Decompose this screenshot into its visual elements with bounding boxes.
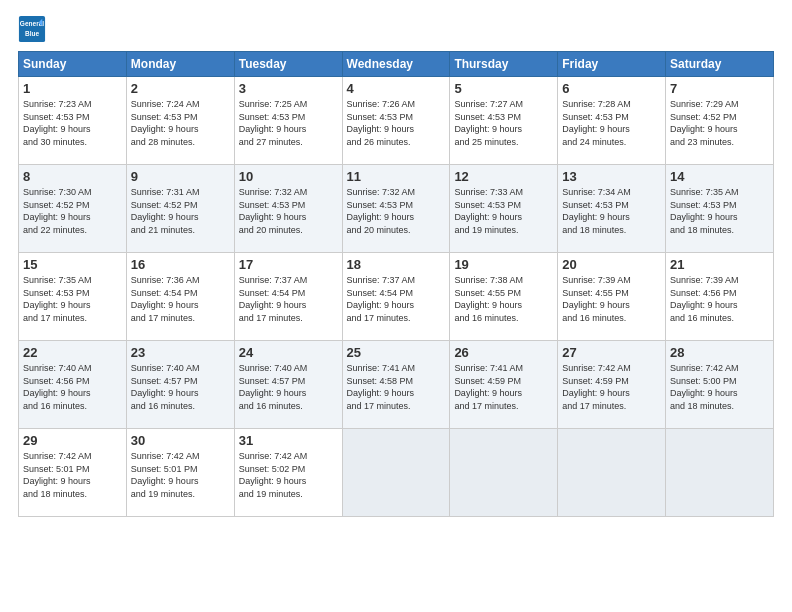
calendar-table: SundayMondayTuesdayWednesdayThursdayFrid…	[18, 51, 774, 517]
calendar-day-cell: 6Sunrise: 7:28 AMSunset: 4:53 PMDaylight…	[558, 77, 666, 165]
calendar-day-cell: 20Sunrise: 7:39 AMSunset: 4:55 PMDayligh…	[558, 253, 666, 341]
day-info: Sunrise: 7:24 AMSunset: 4:53 PMDaylight:…	[131, 98, 230, 148]
day-info: Sunrise: 7:35 AMSunset: 4:53 PMDaylight:…	[23, 274, 122, 324]
day-number: 15	[23, 257, 122, 272]
calendar-day-cell: 27Sunrise: 7:42 AMSunset: 4:59 PMDayligh…	[558, 341, 666, 429]
calendar-day-cell: 8Sunrise: 7:30 AMSunset: 4:52 PMDaylight…	[19, 165, 127, 253]
day-info: Sunrise: 7:33 AMSunset: 4:53 PMDaylight:…	[454, 186, 553, 236]
calendar-body: 1Sunrise: 7:23 AMSunset: 4:53 PMDaylight…	[19, 77, 774, 517]
day-info: Sunrise: 7:40 AMSunset: 4:57 PMDaylight:…	[239, 362, 338, 412]
day-info: Sunrise: 7:23 AMSunset: 4:53 PMDaylight:…	[23, 98, 122, 148]
day-info: Sunrise: 7:32 AMSunset: 4:53 PMDaylight:…	[347, 186, 446, 236]
calendar-day-cell: 9Sunrise: 7:31 AMSunset: 4:52 PMDaylight…	[126, 165, 234, 253]
day-info: Sunrise: 7:25 AMSunset: 4:53 PMDaylight:…	[239, 98, 338, 148]
calendar-week-row: 8Sunrise: 7:30 AMSunset: 4:52 PMDaylight…	[19, 165, 774, 253]
weekday-header-cell: Saturday	[666, 52, 774, 77]
day-info: Sunrise: 7:34 AMSunset: 4:53 PMDaylight:…	[562, 186, 661, 236]
day-number: 20	[562, 257, 661, 272]
day-info: Sunrise: 7:27 AMSunset: 4:53 PMDaylight:…	[454, 98, 553, 148]
day-info: Sunrise: 7:37 AMSunset: 4:54 PMDaylight:…	[347, 274, 446, 324]
calendar-day-cell: 1Sunrise: 7:23 AMSunset: 4:53 PMDaylight…	[19, 77, 127, 165]
calendar-day-cell: 26Sunrise: 7:41 AMSunset: 4:59 PMDayligh…	[450, 341, 558, 429]
day-number: 30	[131, 433, 230, 448]
day-number: 24	[239, 345, 338, 360]
day-info: Sunrise: 7:37 AMSunset: 4:54 PMDaylight:…	[239, 274, 338, 324]
day-info: Sunrise: 7:35 AMSunset: 4:53 PMDaylight:…	[670, 186, 769, 236]
day-info: Sunrise: 7:42 AMSunset: 4:59 PMDaylight:…	[562, 362, 661, 412]
calendar-day-cell: 19Sunrise: 7:38 AMSunset: 4:55 PMDayligh…	[450, 253, 558, 341]
day-number: 26	[454, 345, 553, 360]
day-number: 3	[239, 81, 338, 96]
calendar-day-cell: 11Sunrise: 7:32 AMSunset: 4:53 PMDayligh…	[342, 165, 450, 253]
weekday-header-cell: Sunday	[19, 52, 127, 77]
day-info: Sunrise: 7:42 AMSunset: 5:02 PMDaylight:…	[239, 450, 338, 500]
day-number: 21	[670, 257, 769, 272]
day-info: Sunrise: 7:36 AMSunset: 4:54 PMDaylight:…	[131, 274, 230, 324]
calendar-day-cell: 22Sunrise: 7:40 AMSunset: 4:56 PMDayligh…	[19, 341, 127, 429]
day-info: Sunrise: 7:40 AMSunset: 4:56 PMDaylight:…	[23, 362, 122, 412]
calendar-day-cell: 12Sunrise: 7:33 AMSunset: 4:53 PMDayligh…	[450, 165, 558, 253]
day-number: 12	[454, 169, 553, 184]
day-number: 25	[347, 345, 446, 360]
calendar-day-cell	[558, 429, 666, 517]
calendar-week-row: 1Sunrise: 7:23 AMSunset: 4:53 PMDaylight…	[19, 77, 774, 165]
calendar-day-cell: 29Sunrise: 7:42 AMSunset: 5:01 PMDayligh…	[19, 429, 127, 517]
day-info: Sunrise: 7:42 AMSunset: 5:01 PMDaylight:…	[23, 450, 122, 500]
day-number: 6	[562, 81, 661, 96]
day-info: Sunrise: 7:41 AMSunset: 4:59 PMDaylight:…	[454, 362, 553, 412]
day-number: 10	[239, 169, 338, 184]
header: General Blue	[18, 15, 774, 43]
weekday-header-cell: Thursday	[450, 52, 558, 77]
day-info: Sunrise: 7:39 AMSunset: 4:56 PMDaylight:…	[670, 274, 769, 324]
day-number: 28	[670, 345, 769, 360]
calendar-day-cell: 5Sunrise: 7:27 AMSunset: 4:53 PMDaylight…	[450, 77, 558, 165]
calendar-day-cell: 30Sunrise: 7:42 AMSunset: 5:01 PMDayligh…	[126, 429, 234, 517]
weekday-header-cell: Wednesday	[342, 52, 450, 77]
calendar-day-cell: 25Sunrise: 7:41 AMSunset: 4:58 PMDayligh…	[342, 341, 450, 429]
day-number: 1	[23, 81, 122, 96]
day-number: 4	[347, 81, 446, 96]
calendar-day-cell: 15Sunrise: 7:35 AMSunset: 4:53 PMDayligh…	[19, 253, 127, 341]
calendar-day-cell: 24Sunrise: 7:40 AMSunset: 4:57 PMDayligh…	[234, 341, 342, 429]
calendar-day-cell: 16Sunrise: 7:36 AMSunset: 4:54 PMDayligh…	[126, 253, 234, 341]
day-number: 2	[131, 81, 230, 96]
day-number: 17	[239, 257, 338, 272]
day-info: Sunrise: 7:28 AMSunset: 4:53 PMDaylight:…	[562, 98, 661, 148]
day-number: 8	[23, 169, 122, 184]
calendar-day-cell: 31Sunrise: 7:42 AMSunset: 5:02 PMDayligh…	[234, 429, 342, 517]
calendar-container: General Blue SundayMondayTuesdayWednesda…	[0, 0, 792, 527]
calendar-day-cell	[666, 429, 774, 517]
calendar-day-cell: 18Sunrise: 7:37 AMSunset: 4:54 PMDayligh…	[342, 253, 450, 341]
logo: General Blue	[18, 15, 50, 43]
calendar-day-cell: 10Sunrise: 7:32 AMSunset: 4:53 PMDayligh…	[234, 165, 342, 253]
calendar-day-cell	[450, 429, 558, 517]
calendar-day-cell	[342, 429, 450, 517]
weekday-header-cell: Tuesday	[234, 52, 342, 77]
weekday-header-cell: Monday	[126, 52, 234, 77]
day-number: 16	[131, 257, 230, 272]
day-number: 5	[454, 81, 553, 96]
day-number: 18	[347, 257, 446, 272]
day-number: 22	[23, 345, 122, 360]
day-info: Sunrise: 7:38 AMSunset: 4:55 PMDaylight:…	[454, 274, 553, 324]
calendar-day-cell: 23Sunrise: 7:40 AMSunset: 4:57 PMDayligh…	[126, 341, 234, 429]
calendar-week-row: 29Sunrise: 7:42 AMSunset: 5:01 PMDayligh…	[19, 429, 774, 517]
calendar-day-cell: 14Sunrise: 7:35 AMSunset: 4:53 PMDayligh…	[666, 165, 774, 253]
day-number: 13	[562, 169, 661, 184]
day-number: 9	[131, 169, 230, 184]
day-number: 11	[347, 169, 446, 184]
day-info: Sunrise: 7:29 AMSunset: 4:52 PMDaylight:…	[670, 98, 769, 148]
day-number: 7	[670, 81, 769, 96]
day-info: Sunrise: 7:26 AMSunset: 4:53 PMDaylight:…	[347, 98, 446, 148]
calendar-week-row: 15Sunrise: 7:35 AMSunset: 4:53 PMDayligh…	[19, 253, 774, 341]
weekday-header-row: SundayMondayTuesdayWednesdayThursdayFrid…	[19, 52, 774, 77]
day-number: 27	[562, 345, 661, 360]
calendar-day-cell: 28Sunrise: 7:42 AMSunset: 5:00 PMDayligh…	[666, 341, 774, 429]
day-number: 31	[239, 433, 338, 448]
day-info: Sunrise: 7:42 AMSunset: 5:01 PMDaylight:…	[131, 450, 230, 500]
calendar-day-cell: 3Sunrise: 7:25 AMSunset: 4:53 PMDaylight…	[234, 77, 342, 165]
day-number: 23	[131, 345, 230, 360]
day-info: Sunrise: 7:40 AMSunset: 4:57 PMDaylight:…	[131, 362, 230, 412]
weekday-header-cell: Friday	[558, 52, 666, 77]
day-info: Sunrise: 7:31 AMSunset: 4:52 PMDaylight:…	[131, 186, 230, 236]
